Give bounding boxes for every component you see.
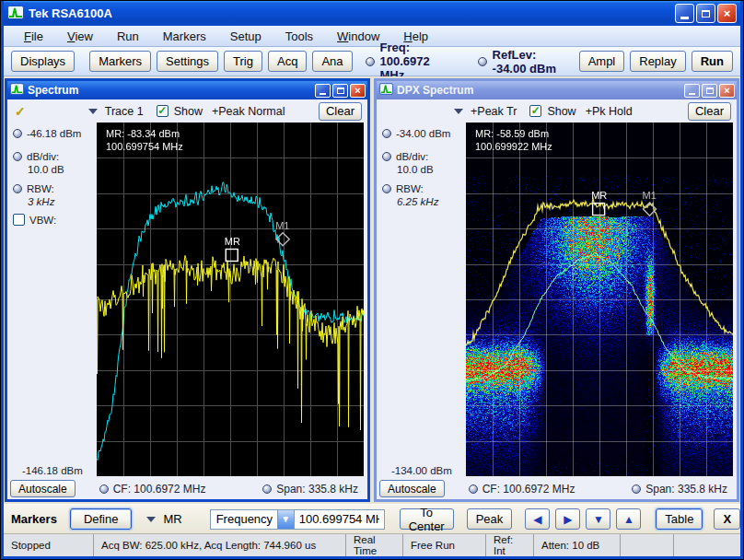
db-div-control[interactable]: dB/div:: [382, 151, 466, 162]
marker-toolbar: Markers Define MR Frequency ▼ To Center …: [4, 504, 740, 534]
knob-icon: [13, 152, 22, 161]
cf-control[interactable]: CF: 100.6972 MHz: [99, 483, 206, 496]
menu-setup[interactable]: Setup: [219, 28, 273, 45]
menu-tools[interactable]: Tools: [274, 28, 324, 45]
app-icon: [7, 6, 24, 22]
minimize-icon[interactable]: [675, 4, 694, 23]
spectrum-title: Spectrum: [28, 84, 78, 97]
spectrum-maximize-icon[interactable]: [332, 84, 348, 98]
rbw-control[interactable]: RBW:: [13, 183, 97, 194]
close-icon[interactable]: ×: [717, 4, 737, 23]
statusbar: Stopped Acq BW: 625.00 kHz, Acq Length: …: [4, 534, 740, 556]
close-marker-toolbar-button[interactable]: X: [714, 508, 740, 530]
peak-left-button[interactable]: ◀: [525, 508, 550, 530]
restore-icon[interactable]: [696, 4, 715, 23]
spectrum-minimize-icon[interactable]: [315, 84, 331, 98]
detector-label: +Pk Hold: [586, 105, 633, 118]
markers-button[interactable]: Markers: [89, 51, 151, 72]
to-center-button[interactable]: To Center: [400, 508, 454, 530]
span-control[interactable]: Span: 335.8 kHz: [632, 483, 727, 496]
selected-marker: MR: [163, 512, 181, 526]
vbw-control[interactable]: VBW:: [13, 214, 97, 226]
menu-view[interactable]: View: [56, 28, 104, 45]
spectrum-titlebar[interactable]: Spectrum ×: [7, 81, 367, 99]
dpx-close-icon[interactable]: ×: [719, 84, 735, 98]
show-label: Show: [547, 105, 575, 118]
vbw-checkbox[interactable]: [13, 214, 25, 226]
peak-up-button[interactable]: ▲: [616, 508, 641, 530]
detector-label: +Peak Normal: [212, 105, 285, 118]
settings-button[interactable]: Settings: [157, 51, 218, 72]
spectrum-plot[interactable]: MR: -83.34 dBm 100.699754 MHz: [97, 122, 364, 476]
define-button[interactable]: Define: [70, 508, 133, 530]
spectrum-close-icon[interactable]: ×: [350, 84, 366, 98]
dpx-plot[interactable]: MR: -58.59 dBm 100.699922 MHz: [466, 122, 733, 476]
dpx-minimize-icon[interactable]: [684, 84, 700, 98]
main-toolbar: Displays Markers Settings Trig Acq Ana F…: [4, 47, 740, 76]
span-control[interactable]: Span: 335.8 kHz: [262, 483, 358, 496]
dpx-titlebar[interactable]: DPX Spectrum ×: [377, 81, 737, 99]
db-div-control[interactable]: dB/div:: [13, 151, 97, 162]
trace-selector[interactable]: Trace 1: [105, 105, 144, 118]
peak-right-button[interactable]: ▶: [555, 508, 580, 530]
ref-level-control[interactable]: -34.00 dBm: [382, 128, 466, 139]
marker-field-select[interactable]: Frequency ▼: [210, 509, 295, 530]
marker-frequency-input[interactable]: [295, 509, 385, 530]
spectrum-sidebar: -46.18 dBm dB/div: 10.0 dB RBW: 3 kHz: [7, 122, 97, 478]
reflev-readout[interactable]: RefLev: -34.00 dBm: [493, 48, 564, 76]
status-trigger: Free Run: [403, 534, 486, 556]
marker-readout: MR: -83.34 dBm 100.699754 MHz: [106, 127, 183, 153]
displays-button[interactable]: Displays: [11, 51, 75, 72]
clear-button[interactable]: Clear: [319, 102, 362, 121]
table-button[interactable]: Table: [656, 508, 703, 530]
window-title: Tek RSA6100A: [29, 6, 112, 20]
dpx-title: DPX Spectrum: [397, 84, 473, 97]
dpx-controls: +Peak Tr Show +Pk Hold Clear: [377, 99, 737, 122]
ana-button[interactable]: Ana: [312, 51, 352, 72]
app-window: Tek RSA6100A × File View Run Markers Set…: [0, 0, 744, 560]
run-button[interactable]: Run: [692, 51, 733, 72]
menu-run[interactable]: Run: [106, 28, 150, 45]
titlebar[interactable]: Tek RSA6100A ×: [4, 1, 740, 26]
marker-select-dropdown-icon[interactable]: [146, 517, 156, 522]
reflev-knob-icon: [478, 57, 487, 66]
marker-readout: MR: -58.59 dBm 100.699922 MHz: [475, 127, 552, 153]
ref-level-control[interactable]: -46.18 dBm: [13, 128, 97, 139]
spectrum-icon: [10, 83, 24, 98]
menu-file[interactable]: File: [13, 28, 54, 45]
autoscale-button[interactable]: Autoscale: [10, 480, 76, 497]
chevron-down-icon[interactable]: ▼: [277, 510, 294, 529]
peak-button[interactable]: Peak: [467, 508, 513, 530]
menu-markers[interactable]: Markers: [152, 28, 217, 45]
trace-dropdown-icon[interactable]: [454, 109, 463, 114]
cf-control[interactable]: CF: 100.6972 MHz: [469, 483, 575, 496]
show-checkbox[interactable]: [157, 105, 169, 117]
trace-dropdown-icon[interactable]: [88, 109, 98, 114]
dpx-sidebar: -34.00 dBm dB/div: 10.0 dB RBW: 6.25 kHz…: [377, 122, 466, 478]
knob-icon: [469, 484, 478, 494]
rbw-value: 6.25 kHz: [397, 196, 466, 207]
peak-down-button[interactable]: ▼: [586, 508, 610, 530]
trig-button[interactable]: Trig: [224, 51, 262, 72]
checkmark-icon: ✓: [15, 104, 26, 119]
bottom-level: -146.18 dBm: [22, 465, 97, 476]
rbw-control[interactable]: RBW:: [382, 183, 466, 194]
trace-selector[interactable]: +Peak Tr: [471, 105, 517, 118]
freq-knob-icon: [366, 57, 375, 66]
dpx-icon: [379, 83, 393, 98]
dpx-maximize-icon[interactable]: [702, 84, 717, 98]
knob-icon: [13, 184, 22, 193]
knob-icon: [99, 484, 109, 494]
show-checkbox[interactable]: [529, 105, 541, 117]
status-spare-2: [674, 534, 740, 556]
ampl-button[interactable]: Ampl: [579, 51, 625, 72]
clear-button[interactable]: Clear: [688, 102, 731, 121]
acq-button[interactable]: Acq: [268, 51, 307, 72]
spectrum-panel: Spectrum × ✓ Trace 1 Show +Peak Normal C…: [5, 78, 370, 502]
db-div-value: 10.0 dB: [397, 164, 466, 175]
show-label: Show: [174, 105, 203, 118]
dpx-bottom-bar: Autoscale CF: 100.6972 MHz Span: 335.8 k…: [377, 478, 737, 499]
replay-button[interactable]: Replay: [630, 51, 685, 72]
autoscale-button[interactable]: Autoscale: [379, 480, 445, 497]
status-mode: Real Time: [346, 534, 403, 556]
